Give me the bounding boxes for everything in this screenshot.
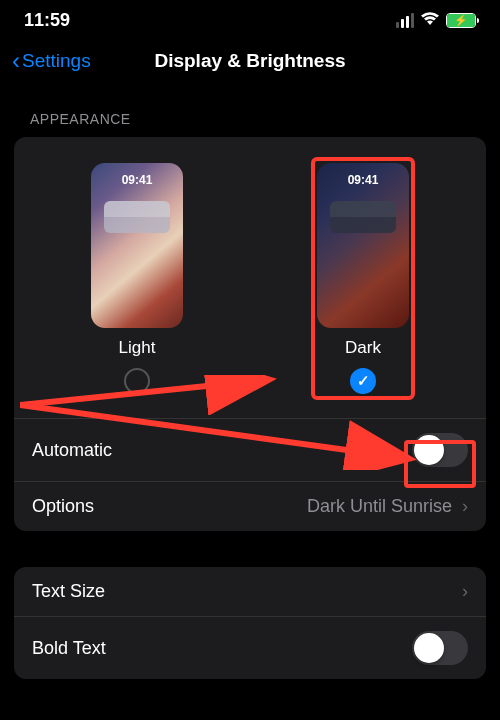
status-time: 11:59 <box>24 10 70 31</box>
chevron-right-icon: › <box>462 496 468 517</box>
battery-icon: ⚡ <box>446 13 476 28</box>
appearance-header: APPEARANCE <box>0 87 500 137</box>
appearance-card: 09:41 Light 09:41 Dark ✓ Automatic Optio… <box>14 137 486 531</box>
status-bar: 11:59 ⚡ <box>0 0 500 39</box>
automatic-toggle[interactable] <box>412 433 468 467</box>
page-title: Display & Brightness <box>154 50 345 72</box>
chevron-left-icon: ‹ <box>12 49 20 73</box>
light-label: Light <box>119 338 156 358</box>
chevron-right-icon: › <box>462 581 468 602</box>
automatic-label: Automatic <box>32 440 112 461</box>
options-value: Dark Until Sunrise <box>307 496 452 517</box>
text-size-row[interactable]: Text Size › <box>14 567 486 616</box>
dark-preview: 09:41 <box>317 163 409 328</box>
back-label: Settings <box>22 50 91 72</box>
status-indicators: ⚡ <box>396 12 477 29</box>
theme-selector: 09:41 Light 09:41 Dark ✓ <box>14 137 486 418</box>
options-label: Options <box>32 496 94 517</box>
dark-radio[interactable]: ✓ <box>350 368 376 394</box>
theme-dark[interactable]: 09:41 Dark ✓ <box>311 157 415 400</box>
automatic-row: Automatic <box>14 418 486 481</box>
back-button[interactable]: ‹ Settings <box>12 49 91 73</box>
bold-text-row: Bold Text <box>14 616 486 679</box>
light-radio[interactable] <box>124 368 150 394</box>
options-row[interactable]: Options Dark Until Sunrise › <box>14 481 486 531</box>
cellular-icon <box>396 13 415 28</box>
theme-light[interactable]: 09:41 Light <box>85 157 189 400</box>
bold-text-label: Bold Text <box>32 638 106 659</box>
text-size-label: Text Size <box>32 581 105 602</box>
check-icon: ✓ <box>357 372 370 390</box>
light-preview: 09:41 <box>91 163 183 328</box>
text-card: Text Size › Bold Text <box>14 567 486 679</box>
nav-bar: ‹ Settings Display & Brightness <box>0 39 500 87</box>
bold-text-toggle[interactable] <box>412 631 468 665</box>
wifi-icon <box>420 12 440 29</box>
dark-label: Dark <box>345 338 381 358</box>
